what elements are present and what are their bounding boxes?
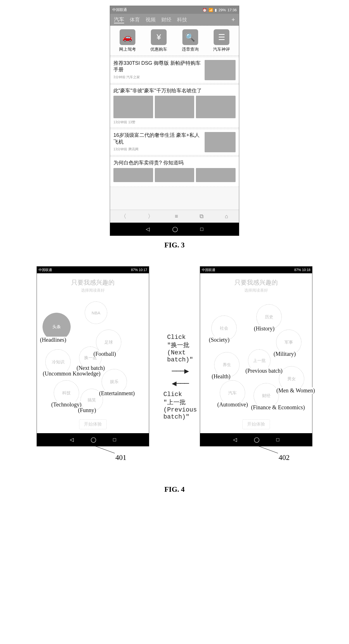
status-bar: 中国联通 ⏰ 📶 ▮ 29% 17:36	[110, 6, 239, 14]
nav-back-icon[interactable]: 〈	[121, 213, 126, 220]
interest-subtitle: 选择阅读喜好	[37, 288, 149, 293]
reference-number: 401	[115, 453, 126, 462]
quick-reviews[interactable]: ☰ 汽车神评	[210, 29, 233, 52]
battery-label: 29%	[218, 8, 226, 12]
figure-caption: FIG. 3	[110, 241, 239, 249]
bubble-label-headlines: (Headlines)	[39, 337, 67, 343]
home-icon[interactable]: ◯	[91, 437, 96, 443]
interest-title: 只要我感兴趣的	[200, 278, 312, 287]
android-nav: ◁ ◯ □	[110, 223, 239, 236]
reference-number: 402	[279, 453, 290, 462]
status-right: 87% 10:18	[294, 268, 310, 272]
carrier-label: 中国联通	[202, 268, 215, 272]
news-card[interactable]: 推荐330TSI DSG 御尊版 新帕萨特购车手册 3分钟前 汽车之家	[110, 57, 239, 83]
card-thumbnail	[113, 168, 153, 182]
leader-line	[257, 445, 278, 453]
recent-icon[interactable]: □	[200, 226, 203, 232]
recent-icon[interactable]: □	[276, 437, 279, 443]
time-label: 17:36	[227, 8, 237, 12]
figure-4: 中国联通 87% 10:17 只要我感兴趣的 选择阅读喜好 头条NBA足球冷知识…	[20, 266, 329, 494]
quick-drive-test[interactable]: 🚗 网上驾考	[116, 29, 139, 52]
arrow-bottom-label: Click "上一批 (Previous batch)"	[164, 391, 197, 421]
battery-label: 87%	[294, 268, 301, 272]
nav-tabs-icon[interactable]: ⧉	[200, 213, 203, 220]
bubble-label-football: (Football)	[93, 351, 117, 357]
card-thumbnail	[205, 60, 236, 80]
quick-label: 违章查询	[179, 47, 202, 52]
tab-auto[interactable]: 汽车	[114, 16, 124, 23]
card-meta: 3分钟前 汽车之家	[113, 75, 202, 80]
home-icon[interactable]: ◯	[254, 437, 259, 443]
figure-caption: FIG. 4	[20, 485, 329, 494]
card-thumbnail	[196, 168, 236, 182]
status-bar: 中国联通 87% 10:17	[37, 267, 149, 273]
quick-links: 🚗 网上驾考 ¥ 优惠购车 🔍 违章查询 ☰ 汽车神评	[110, 26, 239, 56]
arrow-left-icon: ◀───	[172, 379, 188, 388]
news-card[interactable]: 16岁顶级富二代的奢华生活 豪车+私人飞机 13分钟前 腾讯网	[110, 129, 239, 155]
figure-3: 中国联通 ⏰ 📶 ▮ 29% 17:36 汽车 体育 视频 财经 科技 + 🚗 …	[110, 6, 239, 249]
car-icon: 🚗	[120, 29, 135, 45]
wifi-icon: 📶	[209, 8, 213, 12]
add-tab-button[interactable]: +	[231, 16, 235, 23]
nav-forward-icon[interactable]: 〉	[148, 213, 153, 220]
news-card[interactable]: 为何白色的车卖得贵? 你知道吗	[110, 156, 239, 187]
back-icon[interactable]: ◁	[70, 437, 74, 443]
news-icon: ☰	[214, 29, 229, 45]
battery-label: 87%	[131, 268, 138, 272]
bubble-label-automotive: (Automotive)	[217, 401, 249, 408]
alarm-icon: ⏰	[202, 8, 207, 12]
back-icon[interactable]: ◁	[233, 437, 237, 443]
card-thumbnail	[155, 96, 194, 118]
android-nav: ◁ ◯ □	[37, 433, 149, 446]
quick-discount[interactable]: ¥ 优惠购车	[147, 29, 170, 52]
quick-label: 汽车神评	[210, 47, 233, 52]
transition-arrows: Click "换一批 (Next batch)" ───▶ ◀─── Click…	[152, 334, 208, 421]
time-label: 10:18	[302, 268, 310, 272]
card-thumbnail	[205, 132, 236, 152]
bubble-label-entertainment: (Entertainment)	[99, 390, 135, 397]
yen-icon: ¥	[151, 29, 167, 45]
news-card[interactable]: 此"豪车"非彼"豪车"千万别给车名唬住了 13分钟前 13赞	[110, 84, 239, 128]
news-feed[interactable]: 推荐330TSI DSG 御尊版 新帕萨特购车手册 3分钟前 汽车之家 此"豪车…	[110, 56, 239, 210]
bubble-label-funny: (Funny)	[77, 407, 97, 413]
tab-video[interactable]: 视频	[146, 16, 156, 23]
quick-violation[interactable]: 🔍 违章查询	[179, 29, 202, 52]
start-button[interactable]: 开始体验	[242, 419, 270, 429]
card-title: 推荐330TSI DSG 御尊版 新帕萨特购车手册	[113, 60, 202, 73]
search-car-icon: 🔍	[182, 29, 198, 45]
quick-label: 网上驾考	[116, 47, 139, 52]
bubble-label-prevbatch: (Previous batch)	[245, 368, 283, 374]
arrow-right-icon: ───▶	[172, 366, 188, 376]
browser-nav: 〈 〉 ≡ ⧉ ⌂	[110, 210, 239, 223]
quick-label: 优惠购车	[147, 47, 170, 52]
status-right: 87% 10:17	[131, 268, 147, 272]
card-title: 此"豪车"非彼"豪车"千万别给车名唬住了	[113, 88, 236, 94]
phone-fig3: 中国联通 ⏰ 📶 ▮ 29% 17:36 汽车 体育 视频 财经 科技 + 🚗 …	[110, 6, 239, 236]
bubble-label-uncommon: (Uncommon Knowledge)	[42, 370, 101, 377]
back-icon[interactable]: ◁	[146, 226, 150, 232]
bubble-label-nextbatch: (Next batch)	[76, 365, 106, 371]
home-icon[interactable]: ◯	[172, 226, 178, 232]
carrier-label: 中国联通	[112, 7, 127, 12]
card-thumbnail	[113, 96, 153, 118]
bubble-label-society: (Society)	[208, 337, 230, 343]
tab-sports[interactable]: 体育	[130, 16, 140, 23]
start-button[interactable]: 开始体验	[79, 419, 107, 429]
card-meta: 13分钟前 13赞	[113, 120, 236, 125]
android-nav: ◁ ◯ □	[200, 433, 312, 446]
bubble-label-health: (Health)	[211, 373, 231, 380]
signal-icon: ▮	[215, 8, 217, 12]
carrier-label: 中国联通	[39, 268, 52, 272]
nav-home-icon[interactable]: ⌂	[225, 213, 228, 220]
card-meta: 13分钟前 腾讯网	[113, 147, 202, 152]
tab-tech[interactable]: 科技	[177, 16, 187, 23]
arrow-top-label: Click "换一批 (Next batch)"	[167, 334, 193, 363]
card-thumbnail	[155, 168, 194, 182]
nav-menu-icon[interactable]: ≡	[175, 213, 178, 220]
bubble-label-menwomen: (Men & Women)	[276, 387, 316, 394]
bubble-nba[interactable]: NBA	[85, 301, 107, 324]
bubble-label-history: (History)	[253, 325, 275, 332]
tab-finance[interactable]: 财经	[161, 16, 171, 23]
time-label: 10:17	[139, 268, 147, 272]
recent-icon[interactable]: □	[113, 437, 116, 443]
